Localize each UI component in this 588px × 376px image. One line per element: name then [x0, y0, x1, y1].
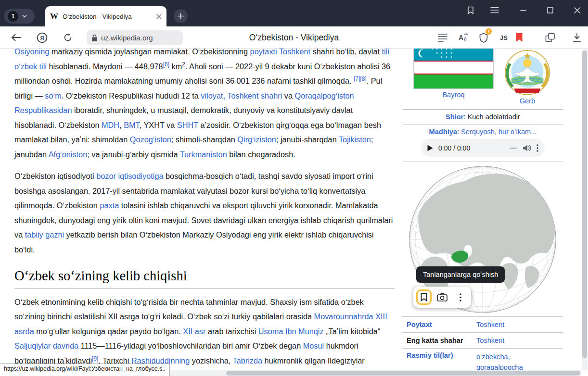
text-run: arab tarixchisi — [205, 327, 258, 336]
wiki-link[interactable]: Shior — [446, 113, 463, 121]
tab-close-icon[interactable] — [156, 14, 162, 19]
downloads-button[interactable] — [570, 30, 584, 45]
image-more-button[interactable] — [451, 288, 470, 306]
flag-image[interactable] — [413, 49, 494, 89]
window-close-button[interactable] — [571, 4, 583, 16]
panel-flag-button[interactable] — [464, 4, 477, 16]
lock-icon — [91, 34, 98, 42]
audio-menu-button[interactable] — [537, 144, 538, 152]
javascript-button[interactable]: JS — [497, 30, 511, 45]
wiki-link[interactable]: viloyat — [201, 91, 223, 100]
audio-seekbar — [510, 148, 517, 149]
browser-window: 1 W Oʻzbekiston - Vikipediya — [0, 0, 588, 376]
wiki-link[interactable]: Tabrizda — [233, 356, 263, 365]
wiki-link[interactable]: Usoma Ibn Munqiz — [258, 327, 324, 336]
wiki-link[interactable]: soʻm — [45, 91, 61, 100]
text-run: ; janubi-sharqdan — [276, 135, 339, 144]
reference-link[interactable]: [9] — [92, 355, 98, 362]
add-to-favorites-tooltip: Tanlanganlarga qoʻshish — [416, 266, 505, 283]
javascript-icon: JS — [500, 34, 508, 41]
wiki-link[interactable]: Qozogʻiston — [130, 135, 171, 144]
wiki-link[interactable]: oʻzbek tili — [14, 62, 47, 71]
vertical-scrollbar[interactable] — [582, 50, 588, 370]
reader-mode-button[interactable] — [435, 30, 450, 45]
country-infobox: Bayroq Gerb Shior: Kuch ad — [402, 49, 564, 376]
anthem-audio-player: 0:00 / 0:00 — [421, 139, 545, 157]
back-button[interactable] — [9, 30, 23, 45]
wiki-link[interactable]: Toshkent shahri — [227, 91, 282, 100]
minimize-button[interactable] — [517, 4, 529, 16]
wiki-link[interactable]: poytaxti — [250, 49, 277, 56]
maximize-icon — [547, 7, 553, 13]
new-tab-button[interactable] — [174, 9, 188, 23]
wiki-link[interactable]: Osiyoning — [14, 49, 49, 56]
back-arrow-icon — [11, 34, 21, 41]
wiki-link[interactable]: Serquyosh, hur oʻlkam... — [461, 128, 537, 136]
audio-time: 0:00 / 0:00 — [438, 144, 470, 152]
wiki-link[interactable]: Afgʻoniston — [49, 150, 88, 159]
article-paragraph: Osiyoning markaziy qismida joylashgan ma… — [14, 49, 395, 162]
row-label[interactable]: Poytaxt — [402, 321, 476, 328]
wiki-link[interactable]: XII asr — [183, 327, 205, 336]
volume-button[interactable] — [523, 144, 532, 152]
wiki-link[interactable]: Madhiya — [429, 128, 457, 136]
tab-bar: 1 W Oʻzbekiston - Vikipediya — [0, 0, 588, 26]
wiki-link[interactable]: Saljuqiylar davrida — [14, 341, 78, 350]
vertical-scrollbar-thumb[interactable] — [582, 50, 587, 358]
wiki-link[interactable]: SHHT — [177, 121, 198, 129]
wiki-link[interactable]: MDH — [102, 121, 119, 129]
reference-link[interactable]: [6] — [163, 61, 169, 67]
chevron-down-icon — [22, 14, 27, 18]
flag-caption[interactable]: Bayroq — [413, 91, 494, 99]
tab-count-badge: 1 — [8, 11, 18, 22]
status-url-bar: https://uz.wikipedia.org/wiki/Fayl:Узбек… — [0, 363, 170, 376]
address-bar[interactable]: uz.wikipedia.org — [87, 30, 183, 45]
wiki-link[interactable]: Toshkent — [279, 49, 310, 56]
text-run: Oʻzbek etnonimining kelib chiqishi toʻgʻ… — [14, 298, 364, 321]
bookmark-button[interactable] — [512, 30, 526, 45]
row-value[interactable]: Toshkent — [476, 321, 563, 328]
page-content: Osiyoning markaziy qismida joylashgan ma… — [0, 49, 588, 376]
article-paragraph: Oʻzbekiston iqtisodiyoti bozor iqtisodiy… — [14, 169, 395, 257]
reference-link[interactable]: [7] — [354, 75, 360, 82]
horizontal-scrollbar-thumb[interactable] — [226, 371, 580, 376]
wiki-link[interactable]: tabiiy gazni — [25, 230, 64, 239]
row-value[interactable]: oʻzbekcha, qoraqalpoqcha — [476, 351, 563, 373]
reload-button[interactable] — [61, 30, 75, 45]
infobox-divider — [403, 162, 563, 162]
emblem-caption[interactable]: Gerb — [504, 97, 551, 105]
wiki-link[interactable]: Tojikiston — [339, 135, 371, 144]
row-label[interactable]: Rasmiy til(lar) — [402, 351, 476, 359]
text-run: ; shimoli-sharqdan — [171, 135, 238, 144]
tab-group-button[interactable]: 1 — [4, 9, 35, 24]
svg-text:Я: Я — [40, 35, 44, 40]
active-tab[interactable]: W Oʻzbekiston - Vikipediya — [45, 6, 166, 26]
text-run: , YXHT va — [140, 121, 177, 129]
wiki-link[interactable]: BMT — [124, 121, 140, 129]
volume-icon — [523, 144, 532, 152]
play-icon[interactable] — [427, 145, 433, 151]
plus-icon — [178, 13, 184, 19]
uzbekistan-emblem — [504, 49, 551, 96]
yandex-home-button[interactable]: Я — [35, 30, 49, 45]
translate-button[interactable]: Aб — [456, 30, 471, 45]
extensions-button[interactable] — [543, 30, 557, 45]
extensions-icon — [545, 33, 555, 43]
wiki-link[interactable]: tili — [382, 49, 389, 56]
svg-text:A: A — [459, 34, 463, 41]
visual-search-button[interactable] — [433, 288, 451, 306]
add-to-favorites-button[interactable] — [415, 288, 433, 306]
reference-link[interactable]: [8] — [360, 75, 366, 82]
browser-menu-button[interactable] — [488, 4, 501, 16]
wiki-link[interactable]: paxta — [100, 201, 119, 210]
highlight-frame — [416, 289, 432, 305]
wiki-link[interactable]: Movarounnahrda — [314, 312, 373, 321]
maximize-button[interactable] — [544, 4, 556, 16]
wiki-link[interactable]: bozor iqtisodiyotiga — [96, 172, 163, 180]
protect-shield-button[interactable]: 1 — [476, 30, 491, 45]
wiki-link[interactable]: Turkmaniston — [180, 150, 227, 159]
wiki-link[interactable]: Mosul — [303, 341, 324, 350]
emblem-image[interactable] — [504, 49, 551, 96]
row-value[interactable]: Toshkent — [476, 337, 563, 344]
wiki-link[interactable]: Qirgʻiziston — [237, 135, 276, 144]
